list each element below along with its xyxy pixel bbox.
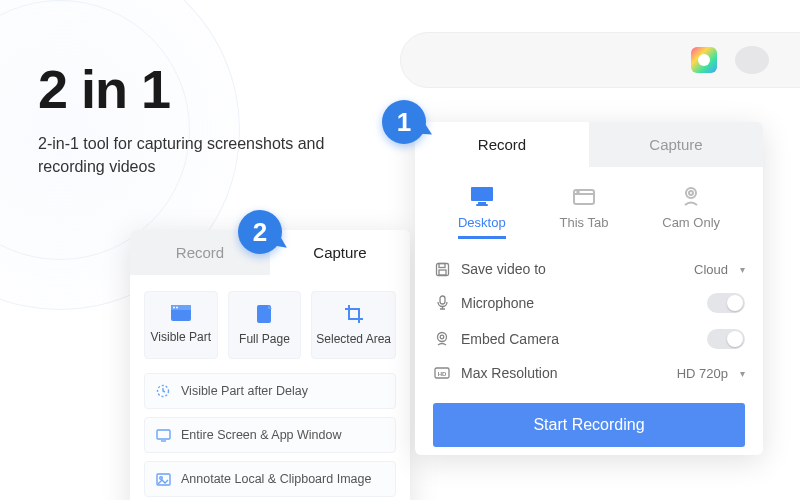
mode-desktop[interactable]: Desktop — [458, 185, 506, 239]
mode-cam-only[interactable]: Cam Only — [662, 185, 720, 239]
option-embed-camera: Embed Camera — [433, 321, 745, 357]
microphone-icon — [433, 295, 451, 311]
crop-icon — [344, 304, 364, 324]
desktop-icon — [469, 185, 495, 207]
svg-rect-6 — [157, 430, 170, 439]
mode-visible-part[interactable]: Visible Part — [144, 291, 218, 359]
hd-icon: HD — [433, 367, 451, 379]
svg-point-20 — [438, 333, 447, 342]
webcam-icon — [433, 331, 451, 347]
tab-icon — [571, 185, 597, 207]
callout-2: 2 — [238, 210, 282, 254]
svg-point-2 — [173, 307, 175, 309]
avatar-placeholder — [735, 46, 769, 74]
camera-toggle[interactable] — [707, 329, 745, 349]
save-icon — [433, 262, 451, 277]
item-annotate[interactable]: Annotate Local & Clipboard Image — [144, 461, 396, 497]
svg-point-21 — [440, 335, 444, 339]
tab-record[interactable]: Record — [415, 122, 589, 167]
option-microphone: Microphone — [433, 285, 745, 321]
svg-rect-17 — [439, 263, 445, 267]
svg-point-13 — [577, 191, 579, 193]
image-icon — [155, 473, 171, 486]
hero-title: 2 in 1 — [38, 58, 338, 120]
svg-point-3 — [176, 307, 178, 309]
svg-point-15 — [689, 191, 693, 195]
chevron-down-icon: ▾ — [740, 368, 745, 379]
option-max-resolution[interactable]: HD Max Resolution HD 720p ▾ — [433, 357, 745, 389]
svg-rect-10 — [478, 202, 486, 204]
timer-icon — [155, 384, 171, 398]
window-icon — [170, 304, 192, 322]
mode-full-page[interactable]: Full Page — [228, 291, 302, 359]
microphone-toggle[interactable] — [707, 293, 745, 313]
tab-capture[interactable]: Capture — [589, 122, 763, 167]
item-entire-screen[interactable]: Entire Screen & App Window — [144, 417, 396, 453]
callout-1: 1 — [382, 100, 426, 144]
record-panel: Record Capture Desktop This Tab Cam Only… — [415, 122, 763, 455]
camera-icon — [678, 185, 704, 207]
option-save-to[interactable]: Save video to Cloud ▾ — [433, 253, 745, 285]
tab-capture[interactable]: Capture — [270, 230, 410, 275]
browser-toolbar — [400, 32, 800, 88]
svg-rect-19 — [440, 296, 445, 304]
page-icon — [255, 304, 273, 324]
item-visible-delay[interactable]: Visible Part after Delay — [144, 373, 396, 409]
svg-point-8 — [159, 476, 162, 479]
svg-rect-9 — [471, 187, 493, 201]
screen-icon — [155, 429, 171, 442]
svg-point-14 — [686, 188, 696, 198]
svg-text:HD: HD — [438, 371, 447, 377]
extension-icon[interactable] — [691, 47, 717, 73]
mode-selected-area[interactable]: Selected Area — [311, 291, 396, 359]
hero-subtitle: 2-in-1 tool for capturing screenshots an… — [38, 132, 338, 178]
mode-this-tab[interactable]: This Tab — [559, 185, 608, 239]
start-recording-button[interactable]: Start Recording — [433, 403, 745, 447]
chevron-down-icon: ▾ — [740, 264, 745, 275]
svg-rect-18 — [439, 270, 446, 275]
svg-rect-11 — [476, 204, 488, 206]
capture-panel: Record Capture Visible Part Full Page Se… — [130, 230, 410, 500]
